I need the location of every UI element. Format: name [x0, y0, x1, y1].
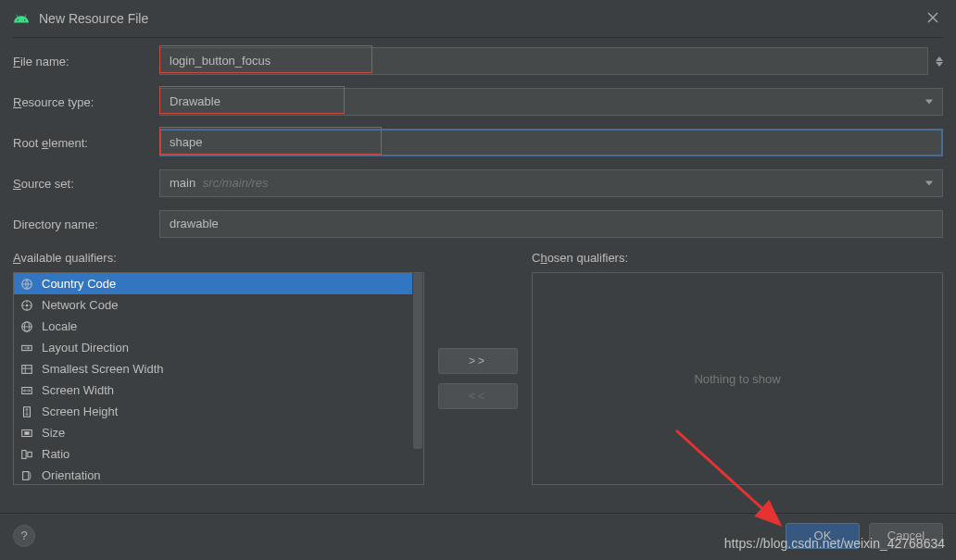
android-studio-icon	[13, 10, 30, 27]
svg-point-2	[26, 304, 29, 306]
svg-rect-6	[22, 365, 32, 373]
list-item-label: Screen Width	[42, 382, 114, 398]
chevron-down-icon	[925, 181, 933, 186]
list-item[interactable]: Orientation	[14, 465, 423, 485]
directory-name-label: Directory name:	[13, 218, 159, 231]
chosen-qualifiers-header: Chosen qualifiers:	[532, 251, 943, 265]
direction-icon	[19, 341, 34, 355]
source-set-hint: src/main/res	[203, 176, 269, 190]
qualifiers-panel: Available qualifiers: Country CodeNetwor…	[0, 251, 956, 485]
list-item[interactable]: Country Code	[14, 273, 423, 294]
list-item[interactable]: Screen Height	[14, 401, 423, 422]
globe-icon	[19, 277, 34, 292]
ok-button[interactable]: OK	[786, 523, 860, 549]
list-item[interactable]: Network Code	[14, 294, 423, 316]
svg-rect-11	[22, 450, 26, 458]
available-qualifiers-list[interactable]: Country CodeNetwork CodeLocaleLayout Dir…	[13, 272, 424, 485]
list-item-label: Locale	[42, 318, 77, 334]
svg-rect-12	[28, 452, 31, 456]
add-qualifier-button[interactable]: >>	[438, 348, 518, 374]
directory-name-value: drawable	[170, 217, 219, 230]
list-item[interactable]: Ratio	[14, 443, 423, 465]
chevron-down-icon	[925, 100, 933, 105]
ratio-icon	[19, 447, 34, 462]
root-element-value: shape	[170, 135, 202, 149]
resource-type-value: Drawable	[170, 94, 220, 108]
file-name-input[interactable]: login_button_focus	[159, 47, 928, 75]
scrollbar[interactable]	[412, 273, 423, 484]
source-set-value: main	[170, 176, 195, 190]
file-name-value: login_button_focus	[170, 54, 270, 68]
screen-h-icon	[19, 404, 34, 419]
smallest-icon	[19, 362, 34, 377]
root-element-label: Root element:	[13, 136, 159, 150]
orientation-icon	[19, 468, 34, 483]
available-qualifiers-header: Available qualifiers:	[13, 251, 424, 265]
list-item-label: Country Code	[42, 276, 116, 292]
network-icon	[19, 298, 34, 313]
svg-rect-13	[23, 471, 29, 479]
list-item-label: Network Code	[42, 297, 118, 313]
list-item[interactable]: Layout Direction	[14, 337, 423, 358]
list-item[interactable]: Locale	[14, 316, 423, 337]
list-item-label: Orientation	[42, 467, 101, 483]
root-element-input[interactable]: shape	[159, 129, 943, 156]
remove-qualifier-button[interactable]: <<	[438, 383, 518, 409]
svg-rect-10	[24, 431, 29, 435]
resource-type-dropdown[interactable]: Drawable	[159, 88, 943, 116]
list-item[interactable]: Screen Width	[14, 380, 423, 401]
list-item-label: Smallest Screen Width	[42, 361, 164, 377]
scrollbar-thumb[interactable]	[413, 273, 422, 449]
window-title: New Resource File	[39, 11, 148, 26]
chosen-empty-text: Nothing to show	[694, 372, 780, 386]
list-item-label: Layout Direction	[42, 340, 129, 355]
file-name-label: File name:	[13, 55, 159, 68]
help-button[interactable]: ?	[13, 525, 35, 547]
source-set-label: Source set:	[13, 177, 159, 191]
list-item-label: Screen Height	[42, 404, 118, 419]
list-item[interactable]: Size	[14, 422, 423, 443]
list-item-label: Ratio	[42, 446, 69, 462]
footer: ? OK Cancel	[0, 513, 956, 560]
size-icon	[19, 426, 34, 441]
list-item[interactable]: Smallest Screen Width	[14, 358, 423, 380]
directory-name-input[interactable]: drawable	[159, 210, 943, 238]
resource-type-label: Resource type:	[13, 95, 159, 109]
source-set-dropdown[interactable]: main src/main/res	[159, 169, 943, 197]
cancel-button[interactable]: Cancel	[869, 523, 943, 549]
chosen-qualifiers-list[interactable]: Nothing to show	[532, 272, 943, 485]
close-button[interactable]	[923, 9, 943, 29]
form: File name: login_button_focus Resource t…	[0, 38, 956, 238]
globe2-icon	[19, 319, 34, 334]
sort-icon[interactable]	[936, 56, 943, 67]
list-item-label: Size	[42, 425, 65, 441]
screen-w-icon	[19, 383, 34, 398]
title-bar: New Resource File	[0, 0, 956, 37]
